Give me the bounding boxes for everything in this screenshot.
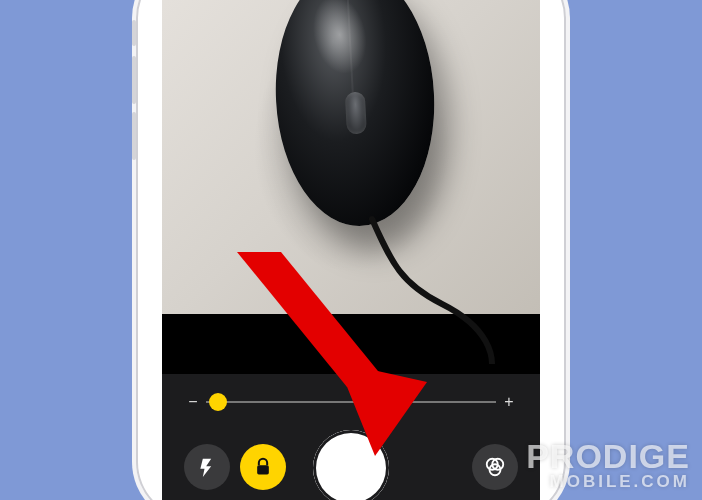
magnifier-controls: − + [162, 374, 540, 500]
flash-button[interactable] [184, 444, 230, 490]
watermark-brand: PRODIGE [526, 439, 690, 473]
brightness-track[interactable] [206, 401, 496, 403]
volume-up-button [132, 56, 136, 104]
plus-label: + [502, 393, 516, 411]
shutter-button[interactable] [313, 430, 389, 500]
phone-frame: − + [136, 0, 566, 500]
focus-lock-button[interactable] [240, 444, 286, 490]
minus-label: − [186, 393, 200, 411]
volume-down-button [132, 112, 136, 160]
screen: − + [162, 0, 540, 500]
watermark-domain: MOBILE.COM [526, 473, 690, 490]
svg-rect-0 [257, 465, 269, 474]
filters-icon [484, 456, 506, 478]
side-button [132, 20, 136, 46]
lock-icon [253, 457, 273, 477]
camera-viewfinder[interactable] [162, 0, 540, 314]
filters-button[interactable] [472, 444, 518, 490]
mouse-cable [362, 214, 540, 364]
scrollwheel [345, 91, 367, 134]
right-button-cluster [472, 444, 518, 490]
specular-highlight [305, 0, 374, 79]
brightness-knob[interactable] [209, 393, 227, 411]
flash-icon [197, 457, 217, 477]
left-button-cluster [184, 444, 286, 490]
brightness-slider[interactable]: − + [186, 390, 516, 414]
watermark: PRODIGE MOBILE.COM [526, 439, 690, 490]
